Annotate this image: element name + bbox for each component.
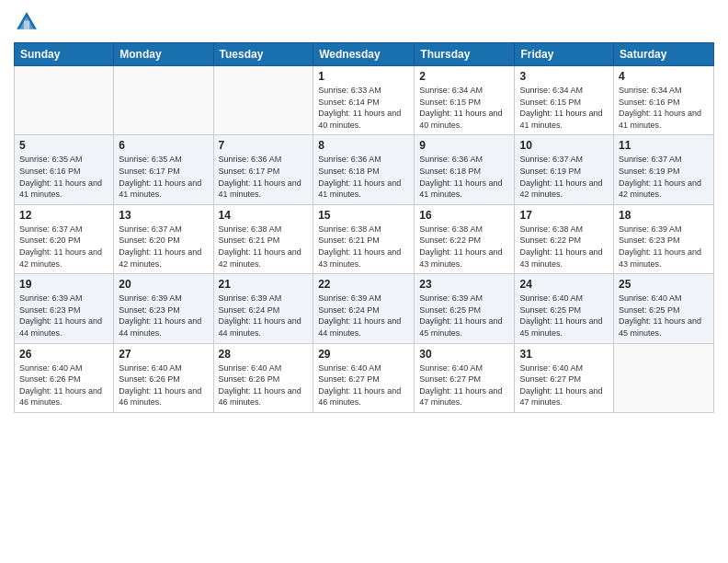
day-number: 7 bbox=[219, 139, 309, 152]
weekday-header: Saturday bbox=[614, 43, 714, 66]
day-info: Sunrise: 6:39 AMSunset: 6:23 PMDaylight:… bbox=[19, 293, 108, 339]
day-number: 17 bbox=[519, 209, 609, 222]
calendar-cell: 28Sunrise: 6:40 AMSunset: 6:26 PMDayligh… bbox=[213, 343, 313, 412]
day-number: 13 bbox=[119, 209, 208, 222]
calendar-week-row: 26Sunrise: 6:40 AMSunset: 6:26 PMDayligh… bbox=[15, 343, 714, 412]
calendar-cell bbox=[614, 343, 714, 412]
calendar-cell: 7Sunrise: 6:36 AMSunset: 6:17 PMDaylight… bbox=[213, 135, 313, 204]
day-info: Sunrise: 6:33 AMSunset: 6:14 PMDaylight:… bbox=[318, 85, 409, 131]
day-info: Sunrise: 6:39 AMSunset: 6:24 PMDaylight:… bbox=[219, 293, 309, 339]
day-number: 14 bbox=[219, 209, 309, 222]
day-info: Sunrise: 6:40 AMSunset: 6:27 PMDaylight:… bbox=[519, 362, 609, 408]
day-info: Sunrise: 6:36 AMSunset: 6:17 PMDaylight:… bbox=[219, 154, 309, 200]
day-number: 1 bbox=[318, 70, 409, 83]
logo-icon bbox=[14, 9, 40, 35]
calendar-week-row: 1Sunrise: 6:33 AMSunset: 6:14 PMDaylight… bbox=[15, 66, 714, 135]
day-number: 5 bbox=[19, 139, 108, 152]
calendar-cell: 14Sunrise: 6:38 AMSunset: 6:21 PMDayligh… bbox=[213, 204, 313, 273]
calendar-week-row: 12Sunrise: 6:37 AMSunset: 6:20 PMDayligh… bbox=[15, 204, 714, 273]
header bbox=[14, 9, 714, 35]
calendar-cell: 19Sunrise: 6:39 AMSunset: 6:23 PMDayligh… bbox=[15, 274, 114, 343]
day-number: 18 bbox=[619, 209, 709, 222]
day-number: 9 bbox=[419, 139, 509, 152]
day-number: 11 bbox=[619, 139, 709, 152]
calendar-cell: 10Sunrise: 6:37 AMSunset: 6:19 PMDayligh… bbox=[515, 135, 614, 204]
day-info: Sunrise: 6:34 AMSunset: 6:15 PMDaylight:… bbox=[419, 85, 509, 131]
day-number: 30 bbox=[419, 348, 509, 361]
calendar-cell: 11Sunrise: 6:37 AMSunset: 6:19 PMDayligh… bbox=[614, 135, 714, 204]
calendar-cell: 1Sunrise: 6:33 AMSunset: 6:14 PMDaylight… bbox=[313, 66, 415, 135]
calendar-cell: 26Sunrise: 6:40 AMSunset: 6:26 PMDayligh… bbox=[15, 343, 114, 412]
weekday-header: Thursday bbox=[415, 43, 515, 66]
day-number: 28 bbox=[219, 348, 309, 361]
day-number: 10 bbox=[519, 139, 609, 152]
calendar-cell: 24Sunrise: 6:40 AMSunset: 6:25 PMDayligh… bbox=[515, 274, 614, 343]
day-info: Sunrise: 6:40 AMSunset: 6:27 PMDaylight:… bbox=[419, 362, 509, 408]
page: SundayMondayTuesdayWednesdayThursdayFrid… bbox=[0, 0, 728, 563]
calendar-cell: 8Sunrise: 6:36 AMSunset: 6:18 PMDaylight… bbox=[313, 135, 415, 204]
weekday-header: Wednesday bbox=[313, 43, 415, 66]
day-info: Sunrise: 6:38 AMSunset: 6:21 PMDaylight:… bbox=[318, 224, 409, 270]
calendar-cell: 21Sunrise: 6:39 AMSunset: 6:24 PMDayligh… bbox=[213, 274, 313, 343]
day-number: 27 bbox=[119, 348, 208, 361]
weekday-header: Tuesday bbox=[213, 43, 313, 66]
day-number: 31 bbox=[519, 348, 609, 361]
day-info: Sunrise: 6:40 AMSunset: 6:26 PMDaylight:… bbox=[119, 362, 208, 408]
calendar-cell: 2Sunrise: 6:34 AMSunset: 6:15 PMDaylight… bbox=[415, 66, 515, 135]
calendar-header-row: SundayMondayTuesdayWednesdayThursdayFrid… bbox=[15, 43, 714, 66]
day-number: 19 bbox=[19, 278, 108, 291]
day-number: 4 bbox=[619, 70, 709, 83]
day-info: Sunrise: 6:38 AMSunset: 6:22 PMDaylight:… bbox=[519, 224, 609, 270]
calendar-cell: 23Sunrise: 6:39 AMSunset: 6:25 PMDayligh… bbox=[415, 274, 515, 343]
calendar-cell bbox=[114, 66, 213, 135]
calendar-week-row: 19Sunrise: 6:39 AMSunset: 6:23 PMDayligh… bbox=[15, 274, 714, 343]
calendar-week-row: 5Sunrise: 6:35 AMSunset: 6:16 PMDaylight… bbox=[15, 135, 714, 204]
logo bbox=[14, 9, 43, 35]
weekday-header: Sunday bbox=[15, 43, 114, 66]
day-number: 2 bbox=[419, 70, 509, 83]
day-info: Sunrise: 6:40 AMSunset: 6:26 PMDaylight:… bbox=[19, 362, 108, 408]
weekday-header: Friday bbox=[515, 43, 614, 66]
calendar-cell: 9Sunrise: 6:36 AMSunset: 6:18 PMDaylight… bbox=[415, 135, 515, 204]
day-number: 8 bbox=[318, 139, 409, 152]
calendar-cell: 30Sunrise: 6:40 AMSunset: 6:27 PMDayligh… bbox=[415, 343, 515, 412]
svg-rect-2 bbox=[24, 20, 29, 29]
calendar-table: SundayMondayTuesdayWednesdayThursdayFrid… bbox=[14, 42, 714, 413]
day-info: Sunrise: 6:40 AMSunset: 6:25 PMDaylight:… bbox=[619, 293, 709, 339]
day-number: 23 bbox=[419, 278, 509, 291]
day-number: 6 bbox=[119, 139, 208, 152]
calendar-cell: 5Sunrise: 6:35 AMSunset: 6:16 PMDaylight… bbox=[15, 135, 114, 204]
day-info: Sunrise: 6:38 AMSunset: 6:21 PMDaylight:… bbox=[219, 224, 309, 270]
day-info: Sunrise: 6:34 AMSunset: 6:15 PMDaylight:… bbox=[519, 85, 609, 131]
day-info: Sunrise: 6:37 AMSunset: 6:20 PMDaylight:… bbox=[119, 224, 208, 270]
calendar-cell: 20Sunrise: 6:39 AMSunset: 6:23 PMDayligh… bbox=[114, 274, 213, 343]
calendar-cell: 27Sunrise: 6:40 AMSunset: 6:26 PMDayligh… bbox=[114, 343, 213, 412]
day-info: Sunrise: 6:36 AMSunset: 6:18 PMDaylight:… bbox=[318, 154, 409, 200]
day-number: 20 bbox=[119, 278, 208, 291]
calendar-cell bbox=[15, 66, 114, 135]
day-info: Sunrise: 6:37 AMSunset: 6:19 PMDaylight:… bbox=[519, 154, 609, 200]
day-info: Sunrise: 6:40 AMSunset: 6:27 PMDaylight:… bbox=[318, 362, 409, 408]
day-info: Sunrise: 6:36 AMSunset: 6:18 PMDaylight:… bbox=[419, 154, 509, 200]
calendar-cell: 25Sunrise: 6:40 AMSunset: 6:25 PMDayligh… bbox=[614, 274, 714, 343]
calendar-cell: 3Sunrise: 6:34 AMSunset: 6:15 PMDaylight… bbox=[515, 66, 614, 135]
day-info: Sunrise: 6:40 AMSunset: 6:26 PMDaylight:… bbox=[219, 362, 309, 408]
day-info: Sunrise: 6:39 AMSunset: 6:24 PMDaylight:… bbox=[318, 293, 409, 339]
day-info: Sunrise: 6:39 AMSunset: 6:25 PMDaylight:… bbox=[419, 293, 509, 339]
calendar-cell: 31Sunrise: 6:40 AMSunset: 6:27 PMDayligh… bbox=[515, 343, 614, 412]
day-info: Sunrise: 6:39 AMSunset: 6:23 PMDaylight:… bbox=[619, 224, 709, 270]
day-info: Sunrise: 6:37 AMSunset: 6:19 PMDaylight:… bbox=[619, 154, 709, 200]
calendar-cell: 16Sunrise: 6:38 AMSunset: 6:22 PMDayligh… bbox=[415, 204, 515, 273]
day-number: 25 bbox=[619, 278, 709, 291]
calendar-cell: 17Sunrise: 6:38 AMSunset: 6:22 PMDayligh… bbox=[515, 204, 614, 273]
day-number: 24 bbox=[519, 278, 609, 291]
day-info: Sunrise: 6:35 AMSunset: 6:17 PMDaylight:… bbox=[119, 154, 208, 200]
day-info: Sunrise: 6:35 AMSunset: 6:16 PMDaylight:… bbox=[19, 154, 108, 200]
calendar-cell: 18Sunrise: 6:39 AMSunset: 6:23 PMDayligh… bbox=[614, 204, 714, 273]
day-info: Sunrise: 6:38 AMSunset: 6:22 PMDaylight:… bbox=[419, 224, 509, 270]
day-number: 3 bbox=[519, 70, 609, 83]
calendar-cell: 12Sunrise: 6:37 AMSunset: 6:20 PMDayligh… bbox=[15, 204, 114, 273]
day-number: 22 bbox=[318, 278, 409, 291]
day-number: 12 bbox=[19, 209, 108, 222]
calendar-cell: 6Sunrise: 6:35 AMSunset: 6:17 PMDaylight… bbox=[114, 135, 213, 204]
